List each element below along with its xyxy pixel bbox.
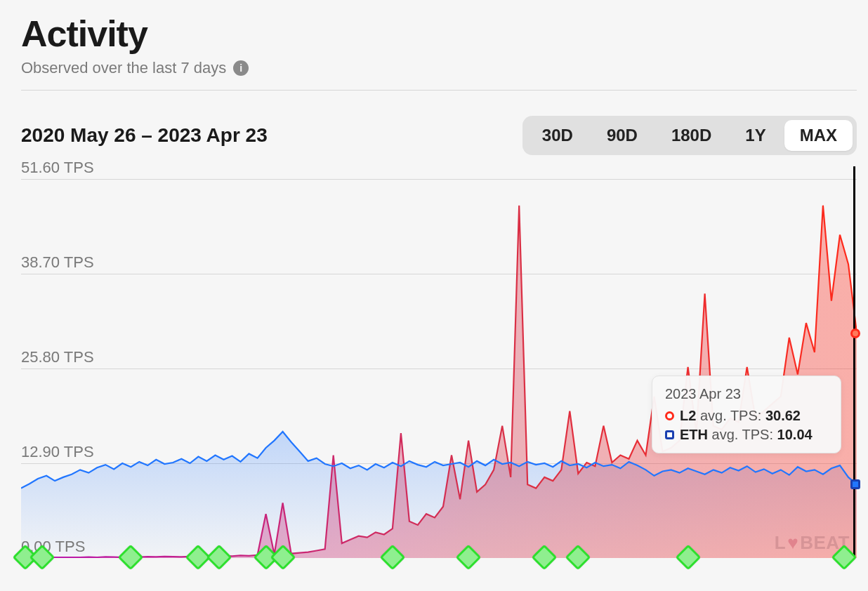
range-pill-30d[interactable]: 30D: [527, 120, 588, 151]
hover-dot-l2: [850, 328, 860, 338]
tooltip-eth-label: ETH: [680, 427, 708, 442]
y-tick-label: 51.60 TPS: [21, 159, 94, 177]
info-icon[interactable]: i: [233, 60, 249, 76]
tooltip-l2-value: 30.62: [765, 408, 801, 423]
tooltip-l2-label: L2: [680, 408, 696, 423]
tooltip-eth-metric: avg. TPS:: [712, 427, 773, 442]
hover-line: [853, 166, 855, 558]
watermark-text: BEAT: [800, 532, 850, 554]
range-pill-90d[interactable]: 90D: [591, 120, 653, 151]
tooltip-eth-value: 10.04: [777, 427, 813, 442]
tooltip-date: 2023 Apr 23: [665, 386, 828, 402]
subtitle-text: Observed over the last 7 days: [21, 59, 226, 77]
chart-area[interactable]: 51.60 TPS38.70 TPS25.80 TPS12.90 TPS0.00…: [21, 179, 857, 558]
range-pill-max[interactable]: MAX: [784, 120, 853, 151]
watermark: L♥BEAT: [775, 532, 850, 554]
chart-svg: [21, 179, 857, 558]
date-range-label: 2020 May 26 – 2023 Apr 23: [21, 124, 268, 147]
page-title: Activity: [21, 13, 857, 55]
subtitle-row: Observed over the last 7 days i: [21, 59, 857, 91]
heart-icon: ♥: [787, 532, 798, 554]
chart-tooltip: 2023 Apr 23 L2 avg. TPS: 30.62 ETH avg. …: [652, 376, 841, 453]
hover-dot-eth: [850, 479, 860, 489]
watermark-l: L: [775, 532, 786, 554]
controls-row: 2020 May 26 – 2023 Apr 23 30D90D180D1YMA…: [21, 116, 857, 155]
tooltip-swatch-l2: [665, 411, 674, 420]
tooltip-l2-metric: avg. TPS:: [700, 408, 761, 423]
range-pill-1y[interactable]: 1Y: [730, 120, 781, 151]
tooltip-swatch-eth: [665, 430, 674, 439]
range-pill-180d[interactable]: 180D: [656, 120, 727, 151]
range-selector: 30D90D180D1YMAX: [522, 116, 857, 155]
